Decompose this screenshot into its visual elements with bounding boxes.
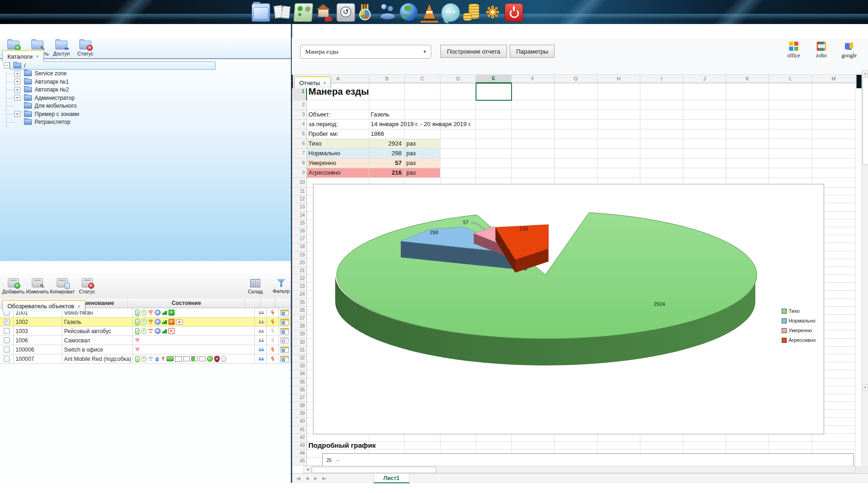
sheet-cell[interactable] — [769, 83, 812, 100]
sheet-cell[interactable] — [405, 129, 440, 139]
chat-icon[interactable] — [441, 3, 460, 22]
filter-button[interactable]: Фильтр — [270, 275, 293, 297]
sheet-cell[interactable] — [812, 100, 856, 110]
sheet-cell[interactable] — [640, 110, 683, 120]
scroll-up-icon[interactable]: ▲ — [862, 70, 868, 76]
tree-expander-icon[interactable]: − — [4, 62, 10, 68]
sheet-cell[interactable] — [512, 149, 555, 158]
sheet-cell[interactable] — [555, 110, 597, 120]
sheet-cell[interactable] — [683, 110, 726, 120]
driving-style-chart[interactable]: 298 57 216 2924 Тихо Нормально Умеренно … — [313, 184, 824, 434]
row-checkbox[interactable] — [4, 347, 10, 353]
sheet-cell[interactable] — [683, 139, 726, 149]
tree-expander-icon[interactable]: + — [14, 87, 20, 93]
sheet-row-header[interactable]: 45 — [293, 457, 307, 465]
sheet-col-header[interactable]: J — [683, 75, 726, 83]
tree-item[interactable]: +Автопарк №2 — [0, 86, 291, 94]
sheet-row-header[interactable]: 9 — [293, 168, 307, 178]
sheet-cell[interactable] — [555, 442, 597, 450]
sheet-col-header[interactable]: B — [369, 75, 405, 83]
sheet-cell[interactable] — [555, 129, 597, 139]
sheet-cell[interactable] — [476, 434, 512, 442]
coins-icon[interactable] — [463, 3, 481, 21]
sheet-row-header[interactable]: 35 — [293, 378, 307, 386]
sheet-cell[interactable]: раз — [405, 139, 440, 149]
sheet-col-header[interactable]: E — [476, 75, 512, 83]
sheet-cell[interactable] — [769, 129, 812, 139]
sheet-cell[interactable] — [726, 434, 769, 442]
sheet-cell[interactable] — [683, 442, 726, 450]
scrollbar-thumb[interactable] — [862, 77, 868, 165]
sheet-cell[interactable] — [812, 120, 856, 129]
sheet-cell[interactable] — [812, 83, 856, 100]
sheet-cell[interactable] — [597, 110, 640, 120]
tree-item[interactable]: +Администратор — [0, 94, 291, 102]
sheet-cell[interactable]: 57 — [369, 158, 405, 168]
folder-access-button[interactable]: Доступ — [50, 37, 73, 59]
device-row[interactable]: 1002Газель — [0, 317, 291, 327]
sheet-col-header[interactable]: C — [405, 75, 440, 83]
sheet-row-header[interactable]: 13 — [293, 203, 307, 211]
sheet-row-header[interactable]: 42 — [293, 434, 307, 442]
history-drive-icon[interactable] — [337, 3, 355, 22]
sheet-cell[interactable] — [812, 168, 856, 178]
sheet-cell[interactable] — [812, 139, 856, 149]
sheet-cell[interactable] — [512, 168, 555, 178]
sheet-cell[interactable] — [512, 158, 555, 168]
sheet-row-header[interactable]: 3 — [293, 110, 307, 120]
sheet-cell[interactable] — [683, 168, 726, 178]
sheet-row-header[interactable]: 15 — [293, 219, 307, 227]
sheet-cell[interactable] — [307, 434, 369, 442]
row-checkbox[interactable] — [4, 328, 10, 334]
last-sheet-icon[interactable]: ▶| — [323, 476, 326, 481]
sheet-cell[interactable] — [812, 442, 856, 450]
sheet-cell[interactable] — [512, 110, 555, 120]
device-row[interactable]: 100006Switch в офисе — [0, 345, 291, 354]
sheet-cell[interactable] — [405, 434, 440, 442]
sheet-cell[interactable] — [640, 139, 683, 149]
sheet-cell[interactable] — [440, 110, 476, 120]
tree-item[interactable]: +Для мобильного — [0, 102, 291, 110]
sheet-row-header[interactable]: 10 — [293, 178, 307, 188]
sheet-cell[interactable] — [555, 158, 597, 168]
sheet-cell[interactable] — [769, 120, 812, 129]
sheet-cell[interactable] — [476, 139, 512, 149]
tree-expander-icon[interactable]: + — [14, 95, 20, 101]
sheet-row-header[interactable]: 37 — [293, 394, 307, 402]
sheet-cell[interactable] — [440, 158, 476, 168]
tree-expander-icon[interactable]: + — [14, 71, 20, 77]
sheet-cell[interactable] — [769, 442, 812, 450]
sheet-row-header[interactable]: 29 — [293, 330, 307, 338]
folder-icon[interactable] — [252, 3, 270, 22]
sheet-row-header[interactable]: 17 — [293, 235, 307, 243]
sheet-cell[interactable] — [555, 168, 597, 178]
sheet-cell[interactable]: 1866 — [369, 129, 405, 139]
sheet-cell[interactable] — [440, 149, 476, 158]
sheet-cell[interactable] — [640, 442, 683, 450]
sheet-cell[interactable] — [726, 100, 769, 110]
sheet-cell[interactable] — [683, 120, 726, 129]
sheet-cell[interactable] — [405, 110, 440, 120]
sheet-row-header[interactable]: 23 — [293, 283, 307, 291]
sheet-row-header[interactable]: 16 — [293, 227, 307, 235]
device-row[interactable]: 1003Рейсовый автобус — [0, 327, 291, 336]
sheet-cell[interactable] — [726, 442, 769, 450]
sheet-row-header[interactable]: 31 — [293, 347, 307, 354]
sheet-row-header[interactable]: 2 — [293, 100, 307, 110]
sheet-row-header[interactable]: 7 — [293, 149, 307, 158]
sheet-cell[interactable] — [597, 434, 640, 442]
sheet-cell[interactable] — [683, 83, 726, 100]
sheet-cell[interactable]: 298 — [369, 149, 405, 158]
sheet-cell[interactable] — [307, 100, 369, 110]
sheet-cell[interactable] — [440, 442, 476, 450]
tree-item[interactable]: +Ретранслятор — [0, 118, 291, 127]
parameters-button[interactable]: Параметры — [510, 45, 555, 58]
dev-edit-button[interactable]: Изменить — [26, 275, 49, 297]
sheet-cell[interactable] — [726, 168, 769, 178]
export-zoho-button[interactable]: zoho — [811, 42, 832, 59]
sheet-col-header[interactable]: G — [555, 75, 597, 83]
sheet-cell[interactable] — [597, 120, 640, 129]
sheet-cell[interactable]: раз — [405, 158, 440, 168]
sheet-cell[interactable] — [726, 149, 769, 158]
sheet-row-header[interactable]: 26 — [293, 307, 307, 315]
